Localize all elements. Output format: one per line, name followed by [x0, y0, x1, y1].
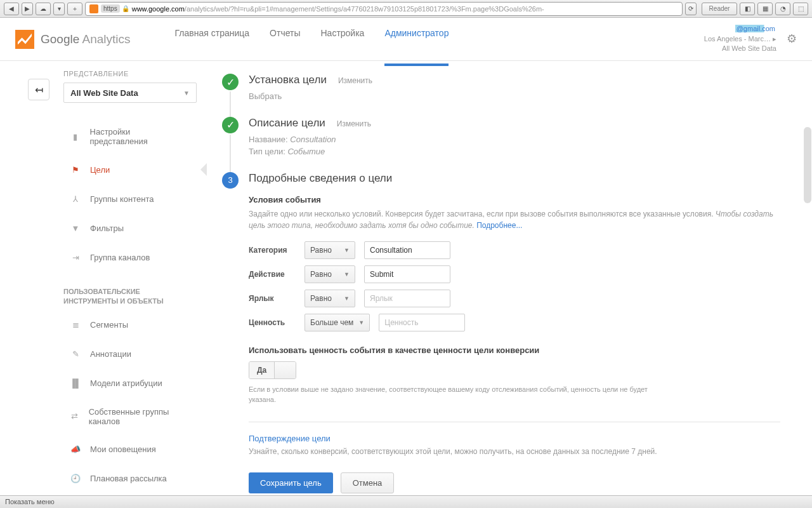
chevron-down-icon: ▼ — [358, 319, 364, 326]
step2-title: Описание цели — [249, 117, 325, 130]
megaphone-icon: 📣 — [70, 444, 81, 455]
sidebar-item-filters[interactable]: ▼ Фильтры — [63, 213, 194, 243]
chevron-down-icon: ▼ — [344, 295, 350, 302]
account-info[interactable]: @gmail.com Los Angeles - Marc… ▸ All Web… — [704, 24, 797, 53]
main-content: ✓ Установка цели Изменить Выбрать ✓ Опис… — [207, 61, 812, 495]
back-nav-button[interactable]: ◀ — [4, 3, 19, 15]
channels-icon: ⇥ — [70, 251, 81, 263]
condition-label: Действие — [249, 270, 296, 279]
sidebar-item-channel-group[interactable]: ⇥ Группа каналов — [63, 243, 194, 272]
nav-reports[interactable]: Отчеты — [270, 28, 300, 51]
nav-home[interactable]: Главная страница — [175, 28, 250, 51]
ext2-button[interactable]: ▦ — [757, 3, 773, 15]
sidebar-item-view-settings[interactable]: ▮ Настройки представления — [63, 118, 194, 155]
ga-logo-icon — [15, 30, 34, 49]
verify-goal-link[interactable]: Подтверждение цели — [249, 434, 780, 443]
step-goal-description: ✓ Описание цели Изменить Название: Consu… — [222, 117, 780, 158]
check-icon: ✓ — [222, 117, 239, 133]
condition-operator-select[interactable]: Больше чем▼ — [304, 314, 370, 331]
step-number-badge: 3 — [222, 172, 239, 189]
https-badge: https — [101, 4, 120, 13]
user-email: @gmail.com — [735, 25, 776, 32]
condition-value-input[interactable] — [364, 290, 450, 307]
account-name: Los Angeles - Marc… ▸ — [704, 35, 776, 43]
step2-details: Название: Consultation Тип цели: Событие — [249, 133, 780, 158]
clock-icon: 🕘 — [70, 473, 81, 485]
condition-operator-select[interactable]: Равно▼ — [304, 290, 355, 307]
ext4-button[interactable]: ⬚ — [793, 3, 808, 15]
condition-operator-select[interactable]: Равно▼ — [304, 265, 355, 283]
step1-edit-link[interactable]: Изменить — [338, 76, 372, 85]
flag-icon: ⚑ — [70, 164, 81, 175]
back-button[interactable]: ↤ — [28, 79, 49, 100]
toggle-yes[interactable]: Да — [249, 362, 274, 378]
chevron-down-icon: ▼ — [183, 90, 190, 97]
sidebar-item-attribution[interactable]: ▐▌Модели атрибуции — [63, 369, 194, 398]
dropdown-button[interactable]: ▾ — [53, 3, 65, 15]
forward-nav-button[interactable]: ▶ — [22, 3, 33, 15]
lock-icon: 🔒 — [122, 5, 129, 12]
sidebar-label: Фильтры — [90, 224, 124, 233]
browser-toolbar: ◀ ▶ ☁ ▾ ＋ https 🔒 www.google.com /analyt… — [0, 0, 812, 18]
sidebar-item-scheduled[interactable]: 🕘Плановая рассылка — [63, 464, 194, 493]
reader-button[interactable]: Reader — [702, 3, 737, 15]
sidebar-item-annotations[interactable]: ✎Аннотации — [63, 340, 194, 369]
sidebar-label: Аннотации — [90, 349, 131, 359]
add-tab-button[interactable]: ＋ — [67, 3, 82, 15]
learn-more-link[interactable]: Подробнее... — [476, 221, 522, 230]
step2-edit-link[interactable]: Изменить — [337, 119, 371, 128]
sidebar-label: Модели атрибуции — [90, 378, 162, 388]
value-note: Если в условии выше не задано значение, … — [249, 384, 655, 405]
save-button[interactable]: Сохранить цель — [249, 472, 333, 493]
sidebar-item-segments[interactable]: ≣Сегменты — [63, 311, 194, 340]
sidebar-item-content-groups[interactable]: ⅄ Группы контента — [63, 184, 194, 213]
step-goal-details: 3 Подробные сведения о цели Условия собы… — [222, 172, 780, 493]
step3-title: Подробные сведения о цели — [249, 172, 392, 185]
document-icon: ▮ — [70, 131, 81, 142]
value-toggle[interactable]: Да — [249, 361, 296, 379]
ext1-button[interactable]: ◧ — [740, 3, 755, 15]
condition-row: ЯрлыкРавно▼ — [249, 290, 780, 307]
reload-button[interactable]: ⟳ — [685, 3, 697, 15]
annotation-icon: ✎ — [70, 349, 81, 360]
app-header: Google Analytics Главная страница Отчеты… — [0, 18, 812, 61]
step-goal-setup: ✓ Установка цели Изменить Выбрать — [222, 74, 780, 103]
condition-row: ЦенностьБольше чем▼ — [249, 314, 780, 331]
verify-goal-note: Узнайте, сколько конверсий, соответствую… — [249, 447, 780, 456]
ext3-button[interactable]: ◔ — [775, 3, 790, 15]
scrollbar-thumb[interactable] — [804, 127, 811, 203]
condition-value-input[interactable] — [379, 314, 465, 331]
sidebar-label: Цели — [90, 165, 110, 175]
view-name: All Web Site Data — [722, 44, 776, 52]
nav-customization[interactable]: Настройка — [320, 28, 364, 51]
condition-operator-select[interactable]: Равно▼ — [304, 241, 355, 259]
sidebar-item-goals[interactable]: ⚑ Цели — [63, 155, 194, 184]
cloud-button[interactable]: ☁ — [36, 3, 51, 15]
conditions-description: Задайте одно или несколько условий. Конв… — [249, 208, 780, 231]
channels2-icon: ⇄ — [70, 411, 80, 422]
view-selector-value: All Web Site Data — [70, 88, 138, 98]
condition-value-input[interactable] — [364, 265, 450, 283]
step1-title: Установка цели — [249, 74, 327, 86]
check-icon: ✓ — [222, 74, 239, 90]
address-bar[interactable]: https 🔒 www.google.com /analytics/web/?h… — [85, 2, 683, 16]
gear-icon[interactable]: ⚙ — [787, 31, 797, 47]
view-selector[interactable]: All Web Site Data ▼ — [63, 83, 197, 103]
nav-admin[interactable]: Администратор — [384, 28, 449, 66]
sidebar-label: Сегменты — [90, 320, 128, 330]
sidebar-item-alerts[interactable]: 📣Мои оповещения — [63, 435, 194, 464]
sidebar-label: Мои оповещения — [90, 444, 156, 454]
toggle-no[interactable] — [274, 362, 296, 378]
event-value-question: Использовать ценность события в качестве… — [249, 345, 780, 355]
status-bar: Показать меню — [0, 495, 812, 508]
sidebar-label: Собственные группы каналов — [89, 407, 188, 426]
top-nav: Главная страница Отчеты Настройка Админи… — [175, 28, 449, 51]
condition-value-input[interactable] — [364, 241, 450, 259]
sidebar-item-custom-channels[interactable]: ⇄Собственные группы каналов — [63, 398, 194, 435]
ga-logo[interactable]: Google Analytics — [15, 30, 131, 49]
sidebar-label: Группы контента — [90, 194, 154, 204]
cancel-button[interactable]: Отмена — [341, 472, 395, 493]
funnel-icon: ▼ — [70, 222, 81, 234]
condition-label: Категория — [249, 246, 296, 255]
sidebar-label: Плановая рассылка — [90, 474, 167, 483]
